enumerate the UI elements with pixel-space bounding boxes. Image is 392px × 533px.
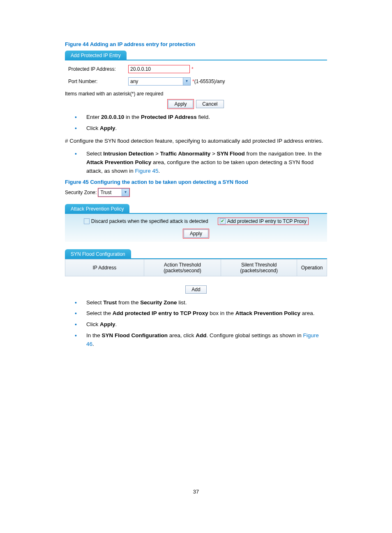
asterisk-icon: * [191, 66, 194, 72]
page-number: 37 [65, 489, 327, 495]
port-number-value: any [129, 78, 183, 85]
security-zone-select[interactable]: Trust ▾ [98, 188, 129, 197]
protected-ip-label: Protected IP Address: [68, 66, 128, 72]
apply-button[interactable]: Apply [184, 229, 208, 238]
col-operation: Operation [297, 260, 327, 276]
instruction-bullet: In the SYN Flood Configuration area, cli… [75, 331, 327, 349]
instruction-bullet: Select Intrusion Detection > Traffic Abn… [75, 150, 327, 176]
instruction-bullet: Enter 20.0.0.10 in the Protected IP Addr… [75, 113, 327, 122]
instruction-bullet: Select Trust from the Security Zone list… [75, 299, 327, 307]
required-note: Items marked with an asterisk(*) are req… [65, 91, 327, 97]
document-page: Figure 44 Adding an IP address entry for… [0, 0, 392, 519]
col-action-threshold: Action Threshold (packets/second) [144, 260, 221, 276]
figure-44-screenshot: Add Protected IP Entry Protected IP Addr… [65, 51, 327, 110]
checkbox-unchecked-icon [84, 218, 90, 224]
port-number-select[interactable]: any ▾ [128, 77, 191, 86]
chevron-down-icon: ▾ [183, 78, 190, 85]
cancel-button[interactable]: Cancel [196, 100, 224, 108]
security-zone-value: Trust [99, 189, 122, 196]
add-protected-ip-checkbox[interactable]: ✔ Add protected IP entry to TCP Proxy [218, 218, 308, 225]
figure-45-caption: Figure 45 Configuring the action to be t… [65, 179, 327, 185]
discard-packets-checkbox[interactable]: Discard packets when the specified attac… [84, 218, 208, 224]
add-protected-ip-label: Add protected IP entry to TCP Proxy [227, 218, 307, 224]
discard-packets-label: Discard packets when the specified attac… [91, 218, 208, 224]
figure-45-screenshot: Security Zone: Trust ▾ Attack Prevention… [65, 188, 327, 295]
add-button[interactable]: Add [185, 285, 206, 294]
instruction-bullet: Click Apply. [75, 320, 327, 329]
syn-flood-table-header: IP Address Action Threshold (packets/sec… [65, 259, 327, 276]
attack-prevention-policy-tab[interactable]: Attack Prevention Policy [65, 204, 129, 214]
instruction-bullet: Select the Add protected IP entry to TCP… [75, 309, 327, 318]
protected-ip-input[interactable] [128, 65, 190, 73]
figure-44-caption: Figure 44 Adding an IP address entry for… [65, 41, 327, 47]
checkbox-checked-icon: ✔ [220, 218, 226, 224]
col-silent-threshold: Silent Threshold (packets/second) [221, 260, 297, 276]
add-protected-ip-tab[interactable]: Add Protected IP Entry [65, 51, 127, 60]
paragraph: # Configure the SYN flood detection feat… [65, 137, 327, 146]
col-ip-address: IP Address [65, 260, 144, 276]
figure-45-link[interactable]: Figure 45 [135, 168, 159, 174]
chevron-down-icon: ▾ [122, 189, 129, 196]
apply-button[interactable]: Apply [168, 100, 193, 108]
instruction-bullet: Click Apply. [75, 124, 327, 133]
port-hint: *(1-65535)/any [192, 79, 225, 84]
syn-flood-configuration-tab[interactable]: SYN Flood Configuration [65, 249, 131, 259]
port-number-label: Port Number: [68, 79, 128, 84]
security-zone-label: Security Zone: [65, 190, 97, 195]
